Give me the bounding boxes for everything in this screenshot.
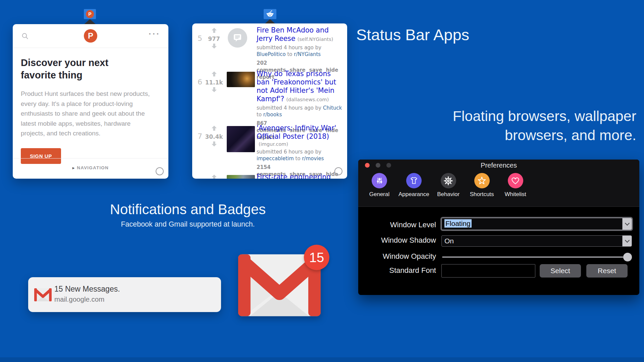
star-icon [474,173,490,188]
product-hunt-header: P ··· [13,24,168,48]
chevron-down-icon[interactable] [622,236,632,246]
tab-label: Shortcuts [470,191,494,198]
tab-label: Whitelist [505,191,526,198]
more-menu-icon[interactable]: ··· [149,29,160,39]
tshirt-icon [406,173,422,188]
post-author-link[interactable]: BluePolitico [257,51,286,57]
post-author-link[interactable]: impeccabletim [257,156,294,162]
post-score: 30.4k [205,133,223,140]
standard-font-field[interactable] [441,264,535,278]
sliders-icon [372,173,387,188]
post-tagline: submitted 4 hours ago by BluePolitico to… [257,45,345,58]
downvote-arrow-icon[interactable] [211,141,217,148]
product-hunt-title: Discover your next favorite thing [21,57,145,81]
post-thumbnail[interactable] [227,175,255,179]
tab-general[interactable]: General [365,173,394,198]
navigation-toggle[interactable]: ▸NAVIGATION [13,165,168,170]
window-shadow-dropdown[interactable]: On [441,235,632,247]
product-hunt-popover: P ··· Discover your next favorite thing … [13,24,168,179]
upvote-arrow-icon[interactable] [211,125,217,132]
tab-shortcuts[interactable]: Shortcuts [468,173,496,198]
floating-browsers-heading: Floating browsers, wallpaper browsers, a… [428,107,636,145]
chevron-down-icon[interactable] [622,218,632,230]
window-level-dropdown[interactable]: Floating [441,218,632,230]
post-subreddit-link[interactable]: r/NYGiants [294,51,321,57]
window-title: Preferences [358,162,639,169]
upvote-arrow-icon[interactable] [211,27,217,35]
tab-label: Appearance [398,191,429,198]
tab-whitelist[interactable]: Whitelist [501,173,530,198]
gmail-notification[interactable]: 15 New Messages. mail.google.com [28,277,221,312]
product-hunt-logo-icon: P [86,10,94,18]
window-shadow-label: Window Shadow [358,236,436,245]
post-domain: (self.NYGiants) [298,37,333,42]
statusbar-product-hunt-icon[interactable]: P [84,9,96,19]
notifications-heading: Notifications and Badges [87,201,288,218]
window-level-value: Floating [444,219,472,228]
popover-arrow [84,19,96,24]
reddit-snoo-icon [266,10,274,18]
post-thumbnail[interactable] [227,72,255,87]
post-domain: (imgur.com) [259,141,288,147]
notification-source: mail.google.com [54,295,104,303]
post-title-link[interactable]: 'Avengers: Infinity War' Official Poster… [257,124,336,140]
statusbar-reddit-icon[interactable] [264,9,276,19]
post-subreddit-link[interactable]: r/movies [302,156,324,162]
downvote-arrow-icon[interactable] [211,43,217,50]
post-score: 977 [208,36,220,42]
preferences-window: Preferences GeneralAppearanceBehaviorSho… [358,160,639,295]
post-domain: (dallasnews.com) [286,97,329,102]
refresh-ring-icon[interactable] [334,167,342,175]
tab-behavior[interactable]: Behavior [434,173,463,198]
post-rank: 5 [195,34,205,43]
product-hunt-logo: P [84,29,97,43]
hero-banner: P P ··· Discover your next favorite thin… [0,0,644,362]
post-rank: 6 [195,78,205,86]
post-thumbnail[interactable] [227,126,255,152]
toolbar-separator [358,206,639,207]
select-font-button[interactable]: Select [540,264,581,278]
disclosure-triangle-icon: ▸ [72,166,75,170]
window-opacity-label: Window Opacity [358,252,436,261]
post-subreddit-link[interactable]: r/books [263,112,282,118]
post-tagline: submitted 4 hours ago by Chituck to r/bo… [257,105,345,118]
window-opacity-slider-knob[interactable] [623,253,632,261]
post-tagline: submitted 6 hours ago by impeccabletim t… [257,149,345,162]
product-hunt-description: Product Hunt surfaces the best new produ… [21,89,154,138]
unread-badge: 15 [304,245,329,270]
reset-font-button[interactable]: Reset [586,264,628,278]
downvote-arrow-icon[interactable] [211,87,217,94]
vote-controls: 11.1k [206,71,222,94]
gear-icon [441,173,456,188]
notifications-subheading: Facebook and Gmail supported at launch. [87,220,288,229]
standard-font-label: Standard Font [358,266,436,275]
vote-controls [206,174,222,179]
post-thumbnail[interactable] [228,28,247,48]
gmail-app-icon[interactable]: 15 [238,254,321,316]
window-level-label: Window Level [358,221,436,229]
upvote-arrow-icon[interactable] [211,174,217,179]
refresh-ring-icon[interactable] [156,167,164,175]
tab-label: Behavior [437,191,460,198]
search-icon[interactable] [21,33,29,40]
gmail-icon [34,288,52,301]
tab-label: General [369,191,389,198]
window-opacity-slider[interactable] [442,256,632,258]
window-shadow-value: On [442,236,632,246]
post-title-link[interactable]: First-rate engineering [257,173,331,179]
reddit-popover: 5977Fire Ben McAdoo and Jerry Reese(self… [192,23,347,179]
vote-controls: 30.4k [206,125,222,148]
bottom-strip [0,357,644,362]
post-rank: 7 [195,132,205,140]
status-bar-apps-heading: Status Bar Apps [356,25,469,44]
post-score: 11.1k [205,79,223,86]
upvote-arrow-icon[interactable] [211,71,217,78]
heart-icon [508,173,523,188]
post-author-link[interactable]: Chituck [323,105,342,111]
notification-title: 15 New Messages. [54,285,120,294]
tab-appearance[interactable]: Appearance [398,173,429,198]
vote-controls: 977 [206,27,222,50]
product-hunt-footer: ▸NAVIGATION [13,158,168,179]
